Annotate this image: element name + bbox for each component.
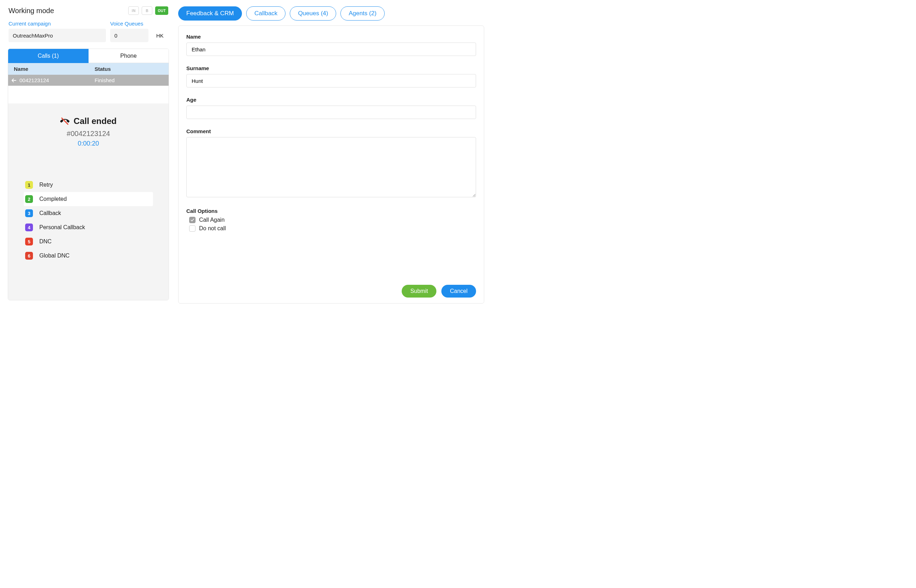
age-label: Age	[186, 97, 476, 103]
cancel-button[interactable]: Cancel	[441, 285, 476, 297]
mode-in-button[interactable]: IN	[128, 6, 139, 15]
mode-b-button[interactable]: B	[142, 6, 152, 15]
tab-feedback-crm[interactable]: Feedback & CRM	[178, 6, 242, 21]
voice-queues-block: Voice Queues 0	[110, 21, 149, 42]
call-options-group: Call Options Call Again Do not call	[186, 208, 476, 232]
tab-queues[interactable]: Queues (4)	[290, 6, 336, 21]
disposition-badge: 3	[25, 209, 33, 217]
call-number: 0042123124	[19, 75, 89, 86]
disposition-badge: 2	[25, 195, 33, 203]
campaign-info-row: Current campaign OutreachMaxPro Voice Qu…	[8, 21, 169, 42]
disposition-dnc[interactable]: 5 DNC	[24, 234, 153, 249]
column-name: Name	[8, 63, 89, 75]
calls-table-header: Name Status	[8, 63, 169, 75]
call-again-label: Call Again	[199, 217, 225, 223]
mode-out-button[interactable]: OUT	[155, 6, 168, 15]
disposition-list: 1 Retry 2 Completed 3 Callback 4 Persona…	[24, 178, 153, 263]
voice-queues-label: Voice Queues	[110, 21, 149, 27]
tab-calls[interactable]: Calls (1)	[8, 49, 89, 63]
surname-input[interactable]	[186, 74, 476, 87]
do-not-call-option[interactable]: Do not call	[189, 225, 476, 232]
disposition-badge: 4	[25, 223, 33, 231]
calls-panel: Calls (1) Phone Name Status 0042123124 F…	[8, 48, 169, 300]
call-status: Finished	[89, 75, 169, 86]
disposition-badge: 6	[25, 252, 33, 260]
name-label: Name	[186, 34, 476, 40]
comment-input[interactable]	[186, 137, 476, 197]
disposition-badge: 5	[25, 237, 33, 246]
disposition-retry[interactable]: 1 Retry	[24, 178, 153, 192]
call-ended-icon	[60, 116, 69, 126]
disposition-label: Personal Callback	[39, 224, 85, 231]
field-comment: Comment	[186, 128, 476, 199]
tab-agents[interactable]: Agents (2)	[341, 6, 384, 21]
checkbox-empty-icon	[189, 225, 195, 232]
call-again-option[interactable]: Call Again	[189, 217, 476, 223]
current-campaign-label: Current campaign	[8, 21, 106, 27]
feedback-form: Name Surname Age Comment Call Options	[178, 26, 484, 304]
name-input[interactable]	[186, 42, 476, 56]
submit-button[interactable]: Submit	[402, 285, 436, 297]
table-spacer	[8, 86, 169, 103]
disposition-badge: 1	[25, 181, 33, 189]
field-name: Name	[186, 34, 476, 56]
tab-callback[interactable]: Callback	[246, 6, 286, 21]
call-summary: Call ended #0042123124 0:00:20 1 Retry 2…	[8, 103, 169, 300]
current-campaign-value[interactable]: OutreachMaxPro	[8, 29, 106, 42]
call-summary-number: #0042123124	[24, 130, 153, 138]
current-campaign-block: Current campaign OutreachMaxPro	[8, 21, 106, 42]
form-actions: Submit Cancel	[186, 281, 476, 297]
disposition-label: Retry	[39, 182, 53, 188]
disposition-callback[interactable]: 3 Callback	[24, 206, 153, 220]
panel-tabs: Calls (1) Phone	[8, 49, 169, 63]
field-age: Age	[186, 97, 476, 119]
call-options-label: Call Options	[186, 208, 476, 214]
hk-indicator: HK	[153, 29, 167, 42]
disposition-completed[interactable]: 2 Completed	[24, 192, 153, 206]
disposition-personal-callback[interactable]: 4 Personal Callback	[24, 220, 153, 234]
disposition-label: Global DNC	[39, 252, 69, 259]
working-mode-title: Working mode	[8, 7, 54, 15]
disposition-label: Completed	[39, 196, 66, 202]
hk-block: HK	[153, 21, 167, 42]
surname-label: Surname	[186, 65, 476, 71]
call-summary-duration: 0:00:20	[24, 140, 153, 147]
working-mode-header: Working mode IN B OUT	[8, 6, 169, 15]
voice-queues-value[interactable]: 0	[110, 29, 149, 42]
call-ended-line: Call ended	[24, 116, 153, 126]
call-ended-text: Call ended	[74, 116, 116, 126]
field-surname: Surname	[186, 65, 476, 87]
disposition-label: DNC	[39, 238, 52, 245]
do-not-call-label: Do not call	[199, 225, 226, 232]
right-tabs: Feedback & CRM Callback Queues (4) Agent…	[178, 6, 484, 21]
arrow-left-icon	[8, 77, 19, 84]
comment-label: Comment	[186, 128, 476, 134]
checkbox-checked-icon	[189, 217, 195, 223]
working-mode-buttons: IN B OUT	[128, 6, 168, 15]
table-row[interactable]: 0042123124 Finished	[8, 75, 169, 86]
disposition-global-dnc[interactable]: 6 Global DNC	[24, 249, 153, 263]
tab-phone[interactable]: Phone	[89, 49, 169, 63]
disposition-label: Callback	[39, 210, 61, 216]
age-input[interactable]	[186, 105, 476, 119]
column-status: Status	[89, 63, 169, 75]
